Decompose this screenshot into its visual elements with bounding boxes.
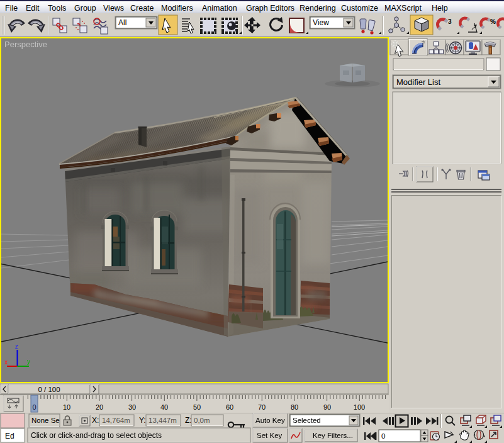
svg-text:All: All xyxy=(118,18,126,27)
svg-text:%: % xyxy=(490,18,496,25)
svg-text:Selected: Selected xyxy=(293,417,321,424)
svg-text:Z:: Z: xyxy=(185,416,192,425)
svg-text:x: x xyxy=(4,359,8,366)
svg-text:40: 40 xyxy=(160,403,168,411)
svg-text:Perspective: Perspective xyxy=(4,40,47,49)
svg-text:y: y xyxy=(27,358,30,365)
svg-text:30: 30 xyxy=(128,403,136,411)
svg-text:90: 90 xyxy=(323,403,331,411)
svg-text:3: 3 xyxy=(448,18,452,25)
svg-text:Click or click-and-drag to sel: Click or click-and-drag to select object… xyxy=(31,431,162,440)
svg-text:20: 20 xyxy=(96,403,103,411)
svg-text:Set Key: Set Key xyxy=(257,432,283,439)
svg-text:0,0m: 0,0m xyxy=(194,417,210,424)
svg-text:10: 10 xyxy=(63,403,70,411)
svg-text:0 / 100: 0 / 100 xyxy=(38,386,60,393)
svg-text:View: View xyxy=(313,18,329,27)
svg-text:60: 60 xyxy=(226,403,233,411)
svg-text:0: 0 xyxy=(32,403,36,411)
svg-text:80: 80 xyxy=(291,403,298,411)
svg-text:None Se: None Se xyxy=(31,417,60,424)
svg-text:Ed: Ed xyxy=(5,432,14,440)
svg-text:13,447m: 13,447m xyxy=(148,417,177,424)
svg-text:Y:: Y: xyxy=(139,416,146,425)
svg-text:X:: X: xyxy=(92,416,99,425)
svg-text:Modifier List: Modifier List xyxy=(396,77,440,87)
svg-text:14,764m: 14,764m xyxy=(102,417,130,424)
svg-text:0: 0 xyxy=(381,432,385,440)
svg-text:50: 50 xyxy=(193,403,201,411)
svg-text:100: 100 xyxy=(354,403,365,411)
svg-text:70: 70 xyxy=(258,403,266,411)
svg-text:Auto Key: Auto Key xyxy=(255,417,285,424)
svg-text:z: z xyxy=(15,343,18,350)
svg-text:Key Filters...: Key Filters... xyxy=(313,432,353,439)
